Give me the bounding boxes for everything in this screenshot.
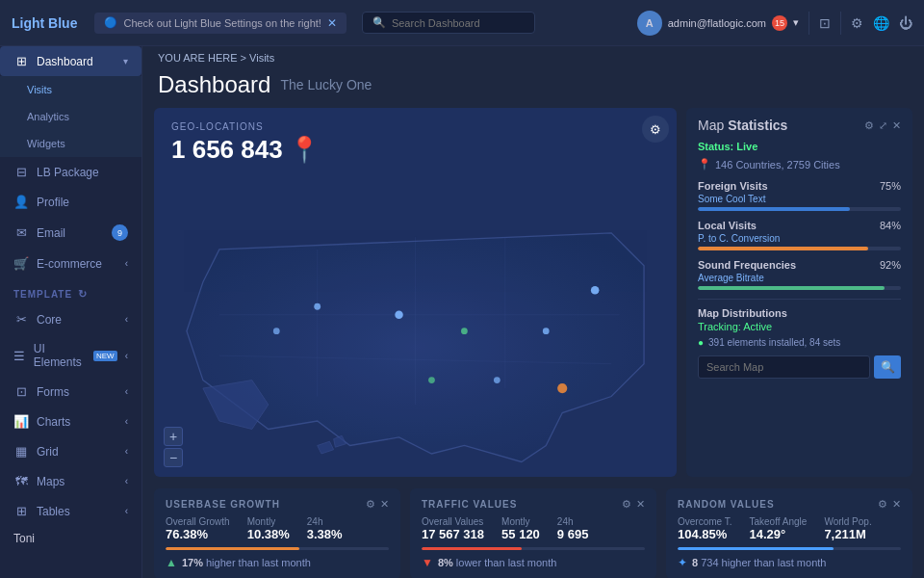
search-input[interactable] <box>392 17 525 29</box>
metric-value: 76.38% <box>166 527 230 541</box>
ecommerce-label: E-commerce <box>37 257 102 271</box>
stat-status: Status: Live <box>698 141 901 152</box>
sidebar-item-core[interactable]: ✂ Core ‹ <box>0 304 141 334</box>
sidebar-item-forms[interactable]: ⊡ Forms ‹ <box>0 377 141 407</box>
template-label: TEMPLATE <box>13 289 72 300</box>
metric-label: Overall Growth <box>166 516 230 527</box>
svg-point-7 <box>461 328 468 334</box>
toni-area: Toni <box>0 526 141 551</box>
metric-label: World Pop. <box>824 516 871 527</box>
power-icon[interactable]: ⏻ <box>899 15 912 31</box>
tables-label: Tables <box>37 505 70 518</box>
svg-point-8 <box>395 310 402 318</box>
template-section: TEMPLATE ↻ <box>0 278 141 304</box>
card-metric: Overcome T. 104.85% <box>678 516 732 541</box>
monitor-icon[interactable]: ⊡ <box>819 15 831 31</box>
cards-row: USERBASE GROWTH ⚙ ✕ Overall Growth 76.38… <box>154 488 912 578</box>
ui-label: UI Elements <box>34 342 84 369</box>
stats-title-plain: Map <box>698 118 728 133</box>
admin-email: admin@flatlogic.com <box>668 17 766 29</box>
metric-label: Takeoff Angle <box>750 516 808 527</box>
stat-row-label: Sound Frequencies <box>698 259 796 271</box>
card-metrics: Overall Growth 76.38% Montly 10.38% 24h … <box>166 516 389 541</box>
sidebar-item-dashboard[interactable]: ⊞ Dashboard ▾ <box>0 46 141 76</box>
stats-title-bold: Statistics <box>728 118 787 133</box>
sidebar-item-email[interactable]: ✉ Email 9 <box>0 217 141 249</box>
card-close-icon[interactable]: ✕ <box>636 498 645 511</box>
svg-point-5 <box>591 286 599 294</box>
core-icon: ✂ <box>13 312 29 327</box>
stat-row-pct: 84% <box>880 220 901 231</box>
visits-label: Visits <box>27 84 52 95</box>
sidebar-item-maps[interactable]: 🗺 Maps ‹ <box>0 466 141 496</box>
close-tab-button[interactable]: ✕ <box>327 16 337 30</box>
main-content: YOU ARE HERE > Visits Dashboard The Luck… <box>142 46 924 578</box>
card-title: RANDOM VALUES <box>678 499 775 510</box>
sidebar-item-visits[interactable]: Visits <box>0 76 141 103</box>
stat-row-pct: 75% <box>880 180 901 192</box>
zoom-out-button[interactable]: − <box>164 448 183 467</box>
stats-expand-icon[interactable]: ⤢ <box>879 119 887 132</box>
geo-label: GEO-LOCATIONS <box>171 121 264 132</box>
svg-point-13 <box>428 377 435 383</box>
card-title: TRAFFIC VALUES <box>422 499 517 510</box>
svg-point-9 <box>314 303 321 310</box>
metric-value: 104.85% <box>678 527 732 541</box>
sidebar-item-lb-package[interactable]: ⊟ LB Package <box>0 157 141 187</box>
card-settings-icon[interactable]: ⚙ <box>622 498 631 511</box>
active-tab[interactable]: 🔵 Check out Light Blue Settings on the r… <box>94 13 346 34</box>
grid-icon: ▦ <box>13 444 29 459</box>
map-settings-button[interactable]: ⚙ <box>642 116 669 143</box>
card-2: RANDOM VALUES ⚙ ✕ Overcome T. 104.85% Ta… <box>666 488 912 578</box>
stat-rows: Foreign Visits 75% Some Cool Text Local … <box>698 180 901 290</box>
stats-settings-icon[interactable]: ⚙ <box>864 119 874 132</box>
settings-icon[interactable]: ⚙ <box>851 15 863 31</box>
svg-point-6 <box>543 328 550 334</box>
refresh-icon[interactable]: ↻ <box>78 288 88 301</box>
footer-icon: ▼ <box>422 556 433 569</box>
progress-bar <box>698 207 901 211</box>
metric-label: Montly <box>247 516 290 527</box>
card-0: USERBASE GROWTH ⚙ ✕ Overall Growth 76.38… <box>154 488 400 578</box>
tables-arrow: ‹ <box>125 506 128 516</box>
stat-location: 📍 146 Countries, 2759 Cities <box>698 158 901 171</box>
map-search-button[interactable]: 🔍 <box>874 355 901 379</box>
progress-fill <box>698 207 850 211</box>
notification-badge[interactable]: 15 <box>772 15 787 31</box>
zoom-in-button[interactable]: + <box>164 427 183 446</box>
map-search-input[interactable] <box>698 355 870 379</box>
dashboard-search[interactable]: 🔍 <box>362 12 535 34</box>
stat-row-sub: Some Cool Text <box>698 194 901 204</box>
card-close-icon[interactable]: ✕ <box>380 498 389 511</box>
sidebar-item-grid[interactable]: ▦ Grid ‹ <box>0 436 141 466</box>
progress-fill <box>698 247 868 250</box>
sidebar-item-ecommerce[interactable]: 🛒 E-commerce ‹ <box>0 249 141 278</box>
sidebar-item-analytics[interactable]: Analytics <box>0 103 141 130</box>
svg-point-11 <box>557 383 567 393</box>
sidebar-item-tables[interactable]: ⊞ Tables ‹ <box>0 496 141 526</box>
globe-icon[interactable]: 🌐 <box>873 15 889 31</box>
sidebar-item-profile[interactable]: 👤 Profile <box>0 187 141 217</box>
stats-close-icon[interactable]: ✕ <box>892 119 901 132</box>
card-settings-icon[interactable]: ⚙ <box>366 498 375 511</box>
status-label: Status: <box>698 141 733 152</box>
chevron-down-icon[interactable]: ▾ <box>793 16 799 29</box>
sidebar-item-ui-elements[interactable]: ☰ UI Elements NEW ‹ <box>0 334 141 377</box>
map-controls: + − <box>164 427 183 467</box>
card-metric: 24h 3.38% <box>307 516 343 541</box>
email-badge: 9 <box>112 224 128 241</box>
sidebar-item-charts[interactable]: 📊 Charts ‹ <box>0 407 141 436</box>
card-close-icon[interactable]: ✕ <box>892 498 901 511</box>
admin-info[interactable]: A admin@flatlogic.com 15 ▾ <box>637 11 799 36</box>
footer-text: 8% lower than last month <box>438 557 557 568</box>
maps-icon: 🗺 <box>13 474 29 488</box>
map-panel: GEO-LOCATIONS 1 656 843 📍 <box>154 108 677 477</box>
map-dist-label: Map Distributions <box>698 307 901 319</box>
card-bar-fill <box>422 547 522 550</box>
metric-value: 7,211M <box>824 527 871 541</box>
card-settings-icon[interactable]: ⚙ <box>878 498 887 511</box>
core-label: Core <box>37 313 62 327</box>
sidebar-item-widgets[interactable]: Widgets <box>0 130 141 157</box>
top-navigation: Light Blue 🔵 Check out Light Blue Settin… <box>0 0 924 46</box>
analytics-label: Analytics <box>27 111 69 122</box>
